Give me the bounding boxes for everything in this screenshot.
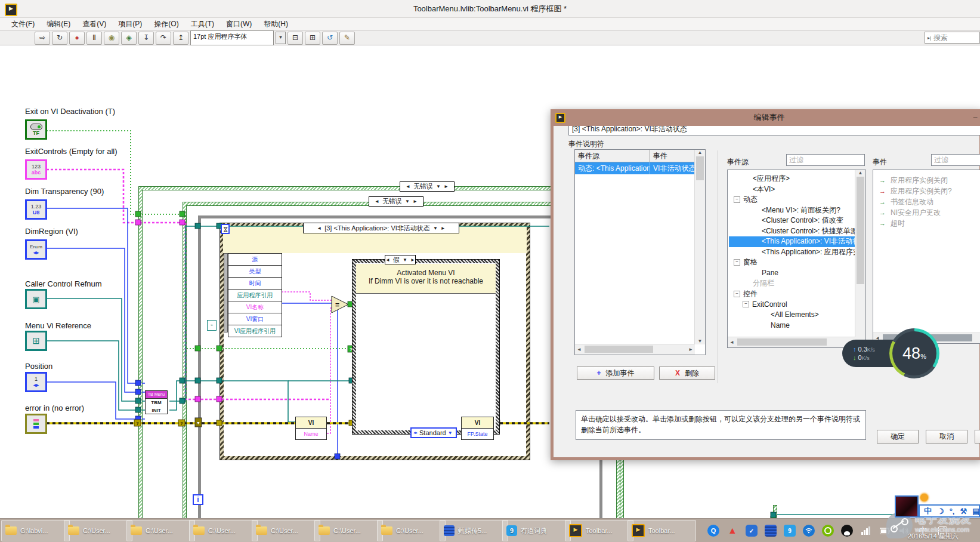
delete-event-button[interactable]: X删除 <box>659 367 715 380</box>
taskbar-folder-c6[interactable]: C:\User... <box>377 520 446 541</box>
wrench-icon[interactable]: ⚒ <box>960 507 967 516</box>
tree-item[interactable]: −窗格 <box>729 257 864 268</box>
retain-wire-values-icon[interactable]: ◈ <box>121 32 137 45</box>
font-selector[interactable]: 17pt 应用程序字体 <box>190 30 274 45</box>
pause-icon[interactable]: Ⅱ <box>86 32 102 45</box>
inner-case-selector[interactable]: ◄无错误▼► <box>369 196 423 207</box>
loop-iteration-terminal[interactable]: i <box>193 494 203 505</box>
menu-help[interactable]: 帮助(H) <box>258 18 293 30</box>
terminal-exitcontrols[interactable]: 123abc <box>25 159 47 180</box>
menu-tools[interactable]: 工具(T) <box>186 18 220 30</box>
terminal-dim-transparency[interactable]: 1.23U8 <box>25 199 47 220</box>
terminal-dimregion[interactable]: Enum◂▸ <box>25 239 47 260</box>
menu-operate[interactable]: 操作(O) <box>149 18 184 30</box>
false-case-selector[interactable]: ◄假▼► <box>385 255 416 264</box>
event-item[interactable]: →书签信息改动 <box>874 196 980 207</box>
keyboard-icon[interactable]: ▤ <box>972 507 979 516</box>
taskbar-folder-c2[interactable]: C:\User... <box>126 520 195 541</box>
terminal-position[interactable]: 1◂▸ <box>25 372 47 392</box>
table-hscrollbar[interactable]: ◄ ► <box>575 344 695 355</box>
tree-item[interactable]: −控件 <box>729 289 864 300</box>
taskbar-video-player[interactable]: 甄嬛传5... <box>440 520 508 541</box>
step-over-icon[interactable]: ↷ <box>156 32 171 45</box>
ime-mode[interactable]: 中 <box>924 506 932 516</box>
property-node-fpstate[interactable]: VI FP.State <box>461 417 494 440</box>
tree-item-selected[interactable]: <This Application>: VI非活动状态 <box>729 236 864 247</box>
property-node-name[interactable]: VI Name <box>295 417 327 440</box>
enum-constant-standard[interactable]: ◂▸Standard▼ <box>410 427 457 438</box>
run-continuously-icon[interactable]: ↻ <box>52 32 67 45</box>
dialog-minimize-button[interactable]: − <box>973 113 978 122</box>
tree-item[interactable]: <应用程序> <box>729 174 864 184</box>
youdao-tray-icon[interactable]: 9 <box>784 525 796 537</box>
event-item[interactable]: →应用程序实例关闭 <box>874 175 980 186</box>
tree-item[interactable]: −动态 <box>729 195 864 205</box>
tree-vscrollbar[interactable]: ▲▼ <box>855 170 865 347</box>
menu-edit[interactable]: 编辑(E) <box>41 18 76 30</box>
wifi-icon[interactable] <box>803 525 815 537</box>
tree-item[interactable]: <Cluster Control>: 快捷菜单激活? <box>729 226 864 237</box>
tree-item[interactable]: <Menu VI>: 前面板关闭? <box>729 205 864 216</box>
event-timeout-icon[interactable]: ⋈ <box>221 224 230 234</box>
menu-view[interactable]: 查看(V) <box>77 18 112 30</box>
highlight-execution-icon[interactable]: ◉ <box>104 32 119 45</box>
step-out-icon[interactable]: ↥ <box>173 32 188 45</box>
sun-icon[interactable] <box>920 494 928 501</box>
terminal-menu-vi-reference[interactable]: ⊞ <box>25 331 47 351</box>
outer-case-selector[interactable]: ◄无错误▼► <box>400 181 455 192</box>
signal-icon[interactable] <box>860 525 872 537</box>
media-player-icon[interactable] <box>765 525 777 537</box>
event-spec-table[interactable]: 事件源 事件 动态: <This Application> VI非活动状态 ▲▼… <box>574 149 706 355</box>
taskbar-folder-c5[interactable]: C:\User... <box>314 520 383 541</box>
clock-date[interactable]: 2016/5/14 星期六 <box>908 532 978 541</box>
taskbar-folder-c3[interactable]: C:\User... <box>189 520 258 541</box>
search-box[interactable]: ▸| 搜索 <box>925 32 980 44</box>
terminal-exit-on-vi-deactivation[interactable]: TF <box>25 119 47 140</box>
subvi-tbm-init[interactable]: TB Menu TBMINIT <box>145 390 168 414</box>
tree-item[interactable]: −ExitControl <box>729 299 864 310</box>
event-sources-tree[interactable]: <应用程序> <本VI> −动态 <Menu VI>: 前面板关闭? <Clus… <box>727 170 866 348</box>
qq-icon[interactable] <box>841 525 853 537</box>
help-button[interactable]: 帮助 <box>975 430 980 444</box>
terminal-caller-control-refnum[interactable]: ▣ <box>25 289 47 309</box>
event-data-node[interactable]: 源 类型 时间 应用程序引用 VI名称 VI窗口 VI应用程序引用 <box>228 253 282 337</box>
menu-project[interactable]: 项目(P) <box>113 18 147 30</box>
tree-item[interactable]: <All Elements> <box>729 310 864 321</box>
tree-item[interactable]: <Cluster Control>: 值改变 <box>729 215 864 226</box>
taskbar-toolbar-vi-1[interactable]: ▶Toolbar... <box>565 520 633 541</box>
run-icon[interactable]: ⇨ <box>35 32 50 45</box>
add-event-button[interactable]: +添加事件 <box>577 367 654 380</box>
memory-usage-ring[interactable]: 48 % <box>889 328 939 378</box>
abort-icon[interactable]: ● <box>69 32 85 45</box>
tree-hscrollbar[interactable]: ◄ ► <box>728 337 855 347</box>
tree-item[interactable]: Pane <box>729 268 864 279</box>
nvidia-icon[interactable] <box>822 525 834 537</box>
dialog-titlebar[interactable]: ▶ 编辑事件 − <box>551 109 980 126</box>
moon-icon[interactable]: ☽ <box>937 507 944 516</box>
align-objects-icon[interactable]: ⊟ <box>287 32 303 45</box>
event-case-selector[interactable]: ◄[3] <This Application>: VI非活动状态▼► <box>303 223 459 233</box>
sources-filter-input[interactable] <box>786 154 865 166</box>
table-row-selected[interactable]: 动态: <This Application> VI非活动状态 <box>575 162 705 174</box>
menu-file[interactable]: 文件(F) <box>6 18 40 30</box>
tree-item[interactable]: <This Application>: 应用程序实例关闭? <box>729 247 864 258</box>
ok-button[interactable]: 确定 <box>877 430 919 444</box>
taskbar-folder-g[interactable]: G:\labvi... <box>1 520 70 541</box>
events-filter-input[interactable] <box>931 154 980 166</box>
clean-up-diagram-icon[interactable]: ↺ <box>322 32 338 45</box>
table-vscrollbar[interactable]: ▲▼ <box>694 150 705 344</box>
qq-browser-icon[interactable]: Q <box>707 525 719 537</box>
tree-item[interactable]: <本VI> <box>729 184 864 195</box>
terminal-error-in[interactable] <box>25 414 47 434</box>
taskbar-youdao-dict[interactable]: 9有道词典 <box>502 520 571 541</box>
punctuation-icon[interactable]: °, <box>950 507 955 516</box>
stock-app-icon[interactable]: ▲ <box>727 525 738 537</box>
taskbar-folder-c1[interactable]: C:\User... <box>64 520 132 541</box>
font-dropdown-arrow[interactable]: ▼ <box>276 32 286 44</box>
step-into-icon[interactable]: ↧ <box>138 32 154 45</box>
distribute-objects-icon[interactable]: ⊞ <box>305 32 320 45</box>
register-events-icon[interactable]: ⌁ <box>207 320 217 331</box>
cancel-button[interactable]: 取消 <box>926 430 967 444</box>
menu-window[interactable]: 窗口(W) <box>221 18 257 30</box>
event-item[interactable]: →超时 <box>874 218 980 229</box>
